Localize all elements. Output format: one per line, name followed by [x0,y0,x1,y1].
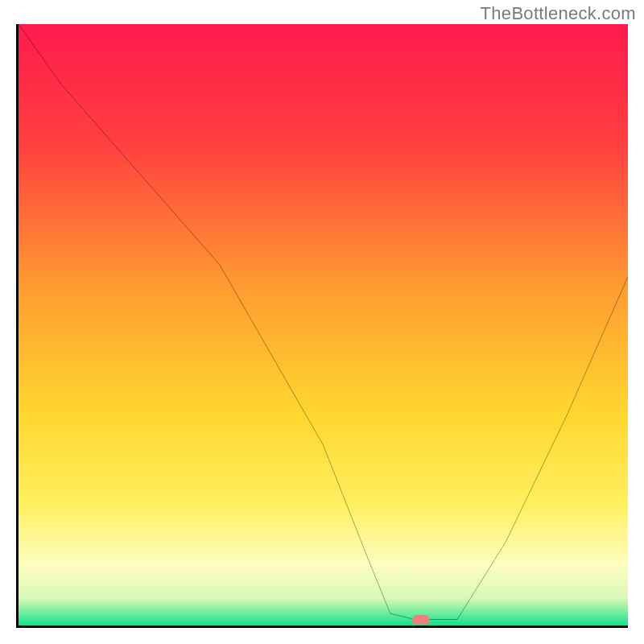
curve-layer [19,24,628,625]
plot-area [16,24,628,628]
bottleneck-curve [19,24,628,620]
chart-container: TheBottleneck.com [0,0,644,644]
watermark-text: TheBottleneck.com [481,3,636,24]
optimal-marker [412,615,430,625]
